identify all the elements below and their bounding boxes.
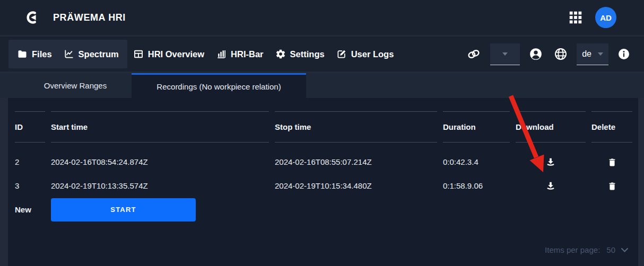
column-header-stop-time: Stop time [275,111,437,143]
person-icon[interactable] [527,45,545,63]
line-chart-icon [64,49,74,59]
globe-icon[interactable] [552,45,570,63]
trash-icon [607,157,617,167]
subtab-bar: Overview Ranges Recordings (No workpiece… [0,73,644,98]
items-per-page[interactable]: Items per page: 50 [545,245,629,254]
column-header-id: ID [15,111,45,143]
row-id: 2 [15,150,45,174]
edit-icon [336,49,347,59]
nav-label: HRI Overview [148,49,204,59]
nav-label: User Logs [351,49,394,59]
row-id: 3 [15,174,45,198]
nav-right-cluster: de [464,43,632,65]
row-start-time: 2024-02-19T10:13:35.574Z [51,174,269,198]
download-button-row-3[interactable] [543,178,559,194]
nav-item-spectrum[interactable]: Spectrum [64,49,119,59]
nav-items: HRI Overview HRI-Bar Settings [133,49,394,59]
nav-label: Settings [290,49,325,59]
row-duration: 0:1:58.9.06 [443,174,510,198]
info-icon[interactable] [615,46,632,63]
apps-grid-icon[interactable] [565,7,586,28]
nav-item-settings[interactable]: Settings [275,49,325,59]
column-header-duration: Duration [443,111,510,143]
delete-button-row-3[interactable] [605,179,620,193]
main-navbar: Files Spectrum HRI Overview [0,37,644,72]
language-value: de [582,49,591,59]
page-title: PRÄWEMA HRI [53,12,126,23]
table-icon [133,49,144,59]
nav-label: Files [32,49,52,59]
download-icon [545,156,556,168]
header-right: AD [565,7,616,28]
bar-chart-icon [216,49,227,59]
nav-item-hri-overview[interactable]: HRI Overview [133,49,204,59]
row-stop-time: 2024-02-16T08:55:07.214Z [275,150,437,174]
items-per-page-value: 50 [606,245,615,254]
column-header-start-time: Start time [51,111,269,143]
folder-icon [17,49,28,59]
row-duration: 0:0:42.3.4 [443,150,510,174]
chevron-down-icon [621,247,629,252]
column-header-delete: Delete [591,111,632,143]
g-logo-icon [23,10,39,25]
nav-label: HRI-Bar [231,49,263,59]
recordings-panel: ID Start time Stop time Duration Downloa… [8,98,638,266]
tab-recordings[interactable]: Recordings (No workpiece relation) [132,73,306,98]
prawema-hri-app: PRÄWEMA HRI AD Files [0,0,644,266]
caret-down-icon [502,52,508,56]
start-recording-button[interactable]: START [51,198,196,221]
tab-overview-ranges[interactable]: Overview Ranges [19,73,132,98]
items-per-page-label: Items per page: [545,245,600,254]
nav-item-hri-bar[interactable]: HRI-Bar [216,49,263,59]
avatar[interactable]: AD [595,7,616,28]
trash-icon [607,181,617,191]
nav-item-files[interactable]: Files [17,49,52,59]
nav-label: Spectrum [79,49,119,59]
download-button-row-2[interactable] [543,154,559,170]
recordings-table: ID Start time Stop time Duration Downloa… [15,111,632,221]
link-icon[interactable] [464,45,483,64]
nav-item-user-logs[interactable]: User Logs [336,49,394,59]
download-icon [545,180,556,192]
column-header-download: Download [516,111,586,143]
new-row-label: New [15,198,45,221]
language-select[interactable]: de [577,43,608,65]
nav-group-files-spectrum: Files Spectrum [8,40,127,68]
app-header: PRÄWEMA HRI AD [0,0,644,35]
machine-select[interactable] [490,43,520,65]
gear-icon [275,49,286,59]
row-start-time: 2024-02-16T08:54:24.874Z [51,150,269,174]
caret-down-icon [598,52,603,56]
delete-button-row-2[interactable] [605,155,620,170]
row-stop-time: 2024-02-19T10:15:34.480Z [275,174,437,198]
